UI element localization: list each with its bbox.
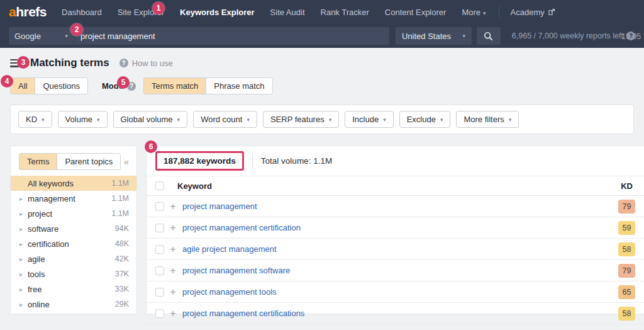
kd-badge: 65	[618, 285, 635, 299]
chevron-down-icon: ▾	[483, 10, 486, 16]
ahrefs-logo[interactable]: ahrefs	[9, 4, 47, 20]
term-volume: 1.1M	[111, 179, 129, 188]
search-button[interactable]	[477, 27, 501, 45]
term-filter-row[interactable]: All keywords1.1M	[11, 176, 136, 191]
filter-label: Global volume	[121, 115, 173, 124]
term-volume: 1.1M	[111, 194, 129, 203]
term-filter-row[interactable]: ▸software94K	[11, 221, 136, 236]
term-label: software	[28, 224, 58, 234]
add-to-list-icon[interactable]: +	[169, 308, 177, 319]
column-header-kd[interactable]: KD	[621, 181, 635, 191]
search-engine-select[interactable]: Google ▾	[9, 27, 74, 45]
add-to-list-icon[interactable]: +	[169, 222, 177, 234]
term-volume: 33K	[115, 285, 129, 293]
collapse-sidebar-icon[interactable]: «	[124, 156, 129, 167]
sidebar-tab-parent-topics[interactable]: Parent topics	[57, 153, 121, 170]
keyword-table-body: +project management79+project management…	[147, 196, 644, 324]
nav-item-academy[interactable]: Academy	[511, 8, 555, 17]
term-filter-row[interactable]: ▸template29K	[11, 312, 136, 314]
scope-tab-group: AllQuestions	[10, 77, 88, 94]
term-label: management	[28, 194, 75, 203]
keyword-link[interactable]: agile project management	[182, 244, 277, 254]
how-to-use-link[interactable]: ? How to use	[119, 59, 173, 68]
term-filter-row[interactable]: ▸tools37K	[11, 266, 136, 282]
tab-questions[interactable]: Questions	[35, 77, 88, 94]
term-filter-row[interactable]: ▸management1.1M	[11, 191, 136, 206]
nav-item-more[interactable]: More▾	[462, 8, 486, 17]
mode-tab-terms-match[interactable]: Terms match	[143, 77, 206, 94]
chevron-down-icon: ▾	[463, 33, 466, 39]
filter-serp-features[interactable]: SERP features▾	[263, 111, 339, 128]
term-label: online	[28, 300, 50, 309]
term-label: tools	[28, 270, 45, 279]
kd-badge: 58	[618, 307, 635, 321]
caret-right-icon: ▸	[19, 241, 28, 248]
nav-item-rank-tracker[interactable]: Rank Tracker	[321, 8, 369, 17]
term-filter-row[interactable]: ▸certification48K	[11, 236, 136, 251]
filter-include[interactable]: Include▾	[345, 111, 393, 128]
annotation-marker-2: 2	[70, 23, 83, 36]
term-filter-row[interactable]: ▸project1.1M	[11, 206, 136, 221]
table-row: +project management tools65	[147, 282, 644, 303]
term-volume: 42K	[115, 254, 129, 263]
filter-kd[interactable]: KD▾	[18, 111, 52, 128]
search-query-input[interactable]: project management	[74, 31, 389, 41]
caret-right-icon: ▸	[19, 271, 28, 278]
tabs-row: AllQuestions Mode ? Terms matchPhrase ma…	[10, 77, 634, 94]
row-checkbox[interactable]	[155, 288, 164, 297]
filter-word-count[interactable]: Word count▾	[193, 111, 257, 128]
select-all-checkbox[interactable]	[155, 181, 164, 190]
nav-item-content-explorer[interactable]: Content Explorer	[385, 8, 447, 17]
nav-item-label: Site Audit	[270, 8, 305, 17]
sidebar-tabs: TermsParent topics «	[11, 146, 136, 176]
reports-left-label: 6,965 / 7,000 weekly reports left	[512, 31, 623, 40]
keyword-link[interactable]: project management tools	[182, 287, 277, 297]
keyword-link[interactable]: project management certifications	[182, 309, 304, 318]
row-checkbox[interactable]	[155, 266, 164, 275]
add-to-list-icon[interactable]: +	[169, 265, 177, 276]
add-to-list-icon[interactable]: +	[169, 287, 177, 298]
annotation-marker-3: 3	[17, 56, 30, 69]
term-filter-row[interactable]: ▸free33K	[11, 282, 136, 297]
term-volume: 94K	[115, 224, 129, 233]
filter-label: SERP features	[270, 115, 325, 124]
filter-exclude[interactable]: Exclude▾	[399, 111, 451, 128]
search-row: Google ▾ project management United State…	[0, 24, 644, 48]
add-to-list-icon[interactable]: +	[169, 201, 177, 212]
table-row: +agile project management58	[147, 239, 644, 260]
keyword-link[interactable]: project management	[182, 202, 257, 211]
mode-tab-phrase-match[interactable]: Phrase match	[206, 77, 272, 94]
chevron-down-icon: ▾	[509, 117, 512, 123]
mode-tab-group: Terms matchPhrase match	[143, 77, 273, 94]
add-to-list-icon[interactable]: +	[169, 244, 177, 255]
term-filter-row[interactable]: ▸agile42K	[11, 251, 136, 266]
total-volume: Total volume: 1.1M	[261, 156, 332, 166]
table-row: +project management certifications58	[147, 303, 644, 324]
term-label: project	[28, 209, 52, 219]
filter-more-filters[interactable]: More filters▾	[456, 111, 519, 128]
filter-volume[interactable]: Volume▾	[58, 111, 108, 128]
kd-badge: 79	[618, 264, 635, 278]
term-volume: 29K	[115, 300, 129, 309]
keyword-link[interactable]: project management certification	[182, 223, 301, 232]
row-checkbox[interactable]	[155, 224, 164, 232]
country-select[interactable]: United States ▾	[396, 27, 472, 45]
term-label: All keywords	[28, 179, 74, 188]
keyword-link[interactable]: project management software	[182, 266, 290, 275]
row-checkbox[interactable]	[155, 202, 164, 211]
tab-all[interactable]: All	[10, 77, 35, 94]
term-filter-row[interactable]: ▸online29K	[11, 297, 136, 312]
column-header-keyword[interactable]: Keyword	[177, 181, 212, 191]
row-checkbox[interactable]	[155, 309, 164, 318]
top-navigation: ahrefs DashboardSite ExplorerKeywords Ex…	[0, 0, 644, 24]
caret-right-icon: ▸	[19, 256, 28, 263]
nav-item-dashboard[interactable]: Dashboard	[62, 8, 102, 17]
filter-label: KD	[26, 115, 37, 124]
nav-item-site-audit[interactable]: Site Audit	[270, 8, 305, 17]
kd-badge: 59	[618, 221, 635, 235]
row-checkbox[interactable]	[155, 245, 164, 254]
filter-global-volume[interactable]: Global volume▾	[113, 111, 188, 128]
results-stats: 187,882 keywords Total volume: 1.1M	[147, 146, 644, 176]
sidebar-tab-terms[interactable]: Terms	[19, 153, 57, 170]
nav-item-keywords-explorer[interactable]: Keywords Explorer	[180, 8, 255, 17]
